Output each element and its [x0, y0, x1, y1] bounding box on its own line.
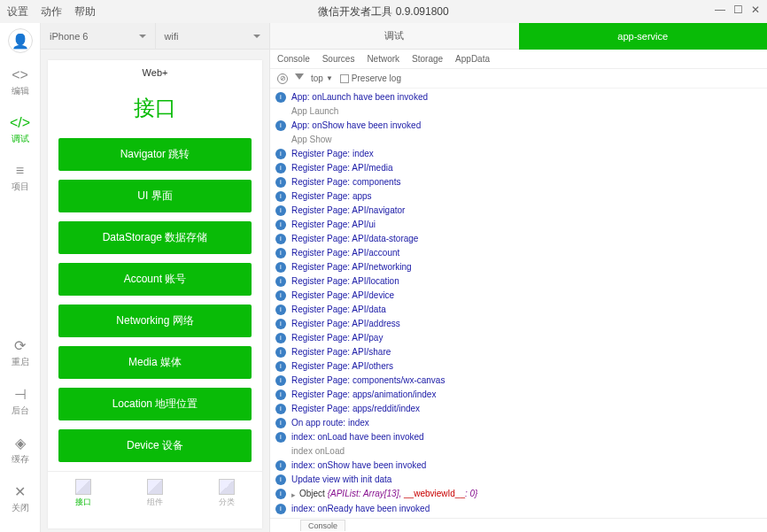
- console-line: iRegister Page: API/account: [270, 246, 767, 260]
- clear-console-icon[interactable]: ⊘: [277, 73, 288, 84]
- phone-header: Web+: [48, 60, 262, 85]
- info-badge-icon: i: [275, 432, 286, 443]
- chevron-down-icon: ▼: [326, 74, 333, 82]
- rail-background[interactable]: ⊣后台: [0, 386, 40, 417]
- info-badge-icon: i: [275, 120, 286, 131]
- console-line: iApp: onLaunch have been invoked: [270, 90, 767, 104]
- info-badge-icon: i: [275, 333, 286, 343]
- chevron-down-icon: [253, 35, 260, 42]
- network-select[interactable]: wifi: [156, 23, 270, 49]
- context-select[interactable]: top ▼: [311, 73, 333, 83]
- debug-icon: </>: [10, 115, 30, 131]
- info-badge-icon: i: [275, 290, 286, 301]
- console-output[interactable]: iApp: onLaunch have been invokedApp Laun…: [270, 89, 767, 518]
- menu-settings[interactable]: 设置: [7, 4, 28, 19]
- console-toolbar: ⊘ top ▼ Preserve log: [270, 69, 767, 89]
- close-icon[interactable]: ✕: [749, 4, 762, 16]
- console-line: iRegister Page: components: [270, 175, 767, 189]
- menu-help[interactable]: 帮助: [74, 4, 96, 19]
- left-rail: 👤 <>编辑 </>调试 ≡项目 ⟳重启 ⊣后台 ◈缓存 ✕关闭: [0, 23, 41, 532]
- tab-icon: [75, 479, 91, 495]
- rail-restart[interactable]: ⟳重启: [0, 337, 40, 368]
- console-line: iApp: onShow have been invoked: [270, 119, 767, 133]
- simulator-pane: iPhone 6 wifi Web+ 接口 Navigator 跳转UI 界面D…: [41, 23, 269, 532]
- info-badge-icon: i: [275, 234, 286, 244]
- info-badge-icon: i: [275, 489, 286, 499]
- subtab-console[interactable]: Console: [277, 54, 310, 64]
- console-line: iRegister Page: API/networking: [270, 260, 767, 274]
- api-button-7[interactable]: Device 设备: [58, 429, 252, 462]
- console-line: iRegister Page: API/location: [270, 274, 767, 289]
- menu-bar: 设置 动作 帮助 微信开发者工具 0.9.091800 — ☐ ✕: [0, 0, 767, 23]
- subtab-storage[interactable]: Storage: [412, 54, 443, 64]
- list-icon: ≡: [16, 163, 24, 179]
- subtab-appdata[interactable]: AppData: [455, 54, 490, 64]
- api-button-3[interactable]: Account 账号: [58, 263, 252, 296]
- api-button-6[interactable]: Location 地理位置: [58, 388, 252, 420]
- console-line: iindex: onShow have been invoked: [270, 459, 767, 473]
- info-badge-icon: i: [275, 474, 286, 485]
- console-line: iRegister Page: apps/animation/index: [270, 388, 767, 402]
- info-badge-icon: i: [275, 163, 286, 173]
- console-line: iRegister Page: index: [270, 147, 767, 161]
- expand-arrow-icon[interactable]: ▸: [291, 488, 296, 502]
- drawer-console-tab[interactable]: Console: [300, 520, 345, 531]
- restart-icon: ⟳: [14, 337, 26, 354]
- minimize-icon[interactable]: —: [714, 4, 726, 16]
- menu-actions[interactable]: 动作: [41, 4, 62, 19]
- info-badge-icon: i: [275, 177, 286, 188]
- preserve-log-checkbox[interactable]: Preserve log: [340, 73, 401, 83]
- console-line: iUpdate view with init data: [270, 473, 767, 487]
- info-badge-icon: i: [275, 375, 286, 386]
- info-badge-icon: i: [275, 305, 286, 315]
- rail-close[interactable]: ✕关闭: [0, 483, 40, 514]
- maximize-icon[interactable]: ☐: [732, 4, 744, 16]
- blank-icon: [275, 135, 286, 145]
- info-badge-icon: i: [275, 319, 286, 329]
- console-line: App Show: [270, 133, 767, 147]
- api-button-4[interactable]: Networking 网络: [58, 305, 252, 337]
- tabbar-item-1[interactable]: 组件: [120, 472, 191, 515]
- console-line: iRegister Page: API/data: [270, 303, 767, 317]
- api-button-5[interactable]: Media 媒体: [58, 346, 252, 379]
- avatar[interactable]: 👤: [8, 28, 33, 53]
- rail-project[interactable]: ≡项目: [0, 163, 40, 193]
- info-badge-icon: i: [275, 347, 286, 358]
- rail-edit[interactable]: <>编辑: [0, 67, 40, 97]
- console-line: iOn app route: index: [270, 416, 767, 430]
- filter-icon[interactable]: [295, 73, 304, 84]
- tab-app-service[interactable]: app-service: [519, 23, 768, 50]
- api-button-0[interactable]: Navigator 跳转: [58, 138, 252, 171]
- info-badge-icon: i: [275, 404, 286, 414]
- info-badge-icon: i: [275, 361, 286, 372]
- api-button-2[interactable]: DataStorage 数据存储: [58, 221, 252, 254]
- tabbar-item-2[interactable]: 分类: [190, 472, 262, 515]
- console-line: iRegister Page: API/others: [270, 359, 767, 374]
- devtools-subtabs: ConsoleSourcesNetworkStorageAppData: [270, 50, 767, 69]
- subtab-sources[interactable]: Sources: [322, 54, 355, 64]
- api-button-1[interactable]: UI 界面: [58, 180, 252, 212]
- blank-icon: [275, 446, 286, 457]
- rail-debug[interactable]: </>调试: [0, 115, 40, 145]
- tab-icon: [219, 479, 235, 495]
- info-badge-icon: i: [275, 248, 286, 258]
- console-line: index onLoad: [270, 444, 767, 459]
- devtools-pane: 调试 app-service ConsoleSourcesNetworkStor…: [269, 23, 767, 532]
- tab-icon: [147, 479, 163, 495]
- info-badge-icon: i: [275, 205, 286, 216]
- console-line: iRegister Page: API/ui: [270, 218, 767, 232]
- tab-debug[interactable]: 调试: [270, 23, 519, 50]
- subtab-network[interactable]: Network: [367, 54, 399, 64]
- tabbar-item-0[interactable]: 接口: [48, 472, 120, 515]
- console-line: iRegister Page: components/wx-canvas: [270, 374, 767, 388]
- info-badge-icon: i: [275, 92, 286, 103]
- rail-cache[interactable]: ◈缓存: [0, 435, 40, 466]
- device-select[interactable]: iPhone 6: [41, 23, 156, 49]
- checkbox-icon: [340, 74, 349, 83]
- console-line: i▸Object {APIList: Array[13], __webviewI…: [270, 487, 767, 502]
- info-badge-icon: i: [275, 149, 286, 159]
- info-badge-icon: i: [275, 418, 286, 428]
- console-line: iRegister Page: API/device: [270, 289, 767, 303]
- window-title: 微信开发者工具 0.9.091800: [318, 4, 448, 19]
- info-badge-icon: i: [275, 191, 286, 202]
